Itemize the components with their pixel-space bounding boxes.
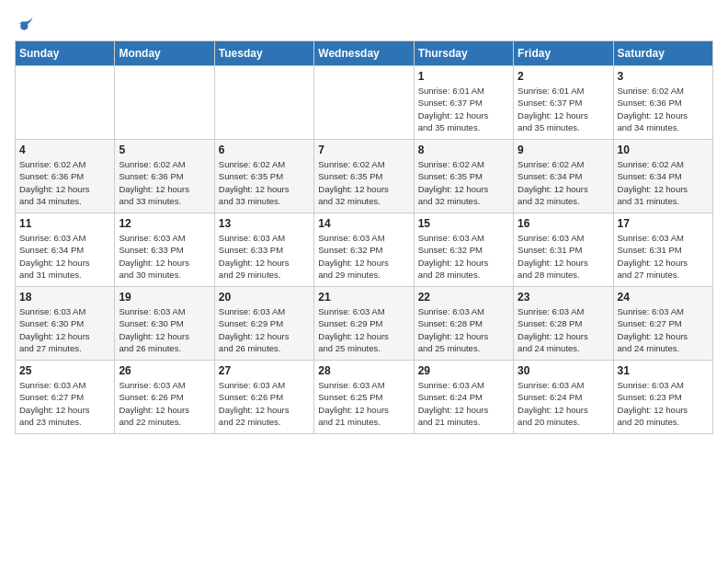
day-info: Sunrise: 6:03 AMSunset: 6:31 PMDaylight:… [618,232,709,281]
calendar-cell: 22Sunrise: 6:03 AMSunset: 6:28 PMDayligh… [414,287,513,361]
day-info: Sunrise: 6:03 AMSunset: 6:30 PMDaylight:… [19,305,110,354]
day-number: 8 [418,144,509,156]
day-number: 3 [618,70,709,83]
day-info: Sunrise: 6:01 AMSunset: 6:37 PMDaylight:… [418,85,509,133]
day-number: 25 [19,364,110,377]
calendar-cell: 19Sunrise: 6:03 AMSunset: 6:30 PMDayligh… [115,287,214,361]
day-number: 7 [318,144,409,156]
day-info: Sunrise: 6:03 AMSunset: 6:23 PMDaylight:… [618,379,709,428]
calendar-cell: 13Sunrise: 6:03 AMSunset: 6:33 PMDayligh… [214,213,313,287]
header-day-tuesday: Tuesday [214,41,313,66]
header-day-wednesday: Wednesday [314,41,414,66]
logo-bird-icon [17,15,35,33]
day-number: 23 [518,291,609,304]
day-info: Sunrise: 6:03 AMSunset: 6:33 PMDaylight:… [219,232,310,281]
day-info: Sunrise: 6:03 AMSunset: 6:34 PMDaylight:… [19,232,110,281]
calendar-cell: 1Sunrise: 6:01 AMSunset: 6:37 PMDaylight… [414,66,513,140]
calendar-week-1: 1Sunrise: 6:01 AMSunset: 6:37 PMDaylight… [16,66,713,140]
day-number: 28 [318,364,409,377]
day-number: 16 [518,217,609,230]
day-info: Sunrise: 6:01 AMSunset: 6:37 PMDaylight:… [518,85,609,133]
calendar-cell: 21Sunrise: 6:03 AMSunset: 6:29 PMDayligh… [314,287,414,361]
day-number: 21 [318,291,409,304]
calendar-cell [16,66,115,140]
day-info: Sunrise: 6:02 AMSunset: 6:36 PMDaylight:… [618,85,709,133]
day-number: 4 [19,144,110,156]
header-day-friday: Friday [514,41,613,66]
calendar-table: SundayMondayTuesdayWednesdayThursdayFrid… [15,40,713,434]
day-info: Sunrise: 6:02 AMSunset: 6:36 PMDaylight:… [119,158,210,207]
calendar-cell [214,66,313,140]
day-number: 6 [219,144,310,156]
calendar-cell: 28Sunrise: 6:03 AMSunset: 6:25 PMDayligh… [314,361,414,434]
calendar-cell: 7Sunrise: 6:02 AMSunset: 6:35 PMDaylight… [314,140,414,213]
day-info: Sunrise: 6:03 AMSunset: 6:28 PMDaylight:… [418,305,509,354]
day-info: Sunrise: 6:02 AMSunset: 6:34 PMDaylight:… [518,158,609,207]
day-number: 9 [518,144,609,156]
day-number: 2 [518,70,609,83]
calendar-cell: 30Sunrise: 6:03 AMSunset: 6:24 PMDayligh… [514,361,613,434]
calendar-cell: 9Sunrise: 6:02 AMSunset: 6:34 PMDaylight… [514,140,613,213]
calendar-cell: 23Sunrise: 6:03 AMSunset: 6:28 PMDayligh… [514,287,613,361]
day-info: Sunrise: 6:02 AMSunset: 6:36 PMDaylight:… [19,158,110,207]
day-number: 1 [418,70,509,83]
calendar-cell: 20Sunrise: 6:03 AMSunset: 6:29 PMDayligh… [214,287,313,361]
day-info: Sunrise: 6:03 AMSunset: 6:24 PMDaylight:… [518,379,609,428]
day-number: 15 [418,217,509,230]
calendar-cell: 14Sunrise: 6:03 AMSunset: 6:32 PMDayligh… [314,213,414,287]
header-day-sunday: Sunday [16,41,115,66]
calendar-cell: 24Sunrise: 6:03 AMSunset: 6:27 PMDayligh… [613,287,712,361]
calendar-cell: 17Sunrise: 6:03 AMSunset: 6:31 PMDayligh… [613,213,712,287]
day-number: 14 [318,217,409,230]
calendar-week-3: 11Sunrise: 6:03 AMSunset: 6:34 PMDayligh… [16,213,713,287]
calendar-cell: 4Sunrise: 6:02 AMSunset: 6:36 PMDaylight… [16,140,115,213]
day-number: 10 [618,144,709,156]
day-info: Sunrise: 6:03 AMSunset: 6:28 PMDaylight:… [518,305,609,354]
header-day-thursday: Thursday [414,41,513,66]
day-number: 12 [119,217,210,230]
calendar-cell [314,66,414,140]
calendar-cell: 8Sunrise: 6:02 AMSunset: 6:35 PMDaylight… [414,140,513,213]
logo [15,15,35,33]
calendar-cell: 2Sunrise: 6:01 AMSunset: 6:37 PMDaylight… [514,66,613,140]
header-day-saturday: Saturday [613,41,712,66]
calendar-cell: 26Sunrise: 6:03 AMSunset: 6:26 PMDayligh… [115,361,214,434]
day-number: 24 [618,291,709,304]
calendar-cell: 16Sunrise: 6:03 AMSunset: 6:31 PMDayligh… [514,213,613,287]
day-info: Sunrise: 6:03 AMSunset: 6:26 PMDaylight:… [119,379,210,428]
day-info: Sunrise: 6:03 AMSunset: 6:32 PMDaylight:… [318,232,409,281]
day-number: 31 [618,364,709,377]
day-info: Sunrise: 6:02 AMSunset: 6:34 PMDaylight:… [618,158,709,207]
header [15,15,713,33]
calendar-week-4: 18Sunrise: 6:03 AMSunset: 6:30 PMDayligh… [16,287,713,361]
calendar-cell: 5Sunrise: 6:02 AMSunset: 6:36 PMDaylight… [115,140,214,213]
calendar-cell: 29Sunrise: 6:03 AMSunset: 6:24 PMDayligh… [414,361,513,434]
calendar-cell: 15Sunrise: 6:03 AMSunset: 6:32 PMDayligh… [414,213,513,287]
day-info: Sunrise: 6:03 AMSunset: 6:32 PMDaylight:… [418,232,509,281]
day-number: 13 [219,217,310,230]
day-number: 17 [618,217,709,230]
day-info: Sunrise: 6:03 AMSunset: 6:26 PMDaylight:… [219,379,310,428]
calendar-cell: 12Sunrise: 6:03 AMSunset: 6:33 PMDayligh… [115,213,214,287]
calendar-cell: 25Sunrise: 6:03 AMSunset: 6:27 PMDayligh… [16,361,115,434]
calendar-cell: 6Sunrise: 6:02 AMSunset: 6:35 PMDaylight… [214,140,313,213]
day-info: Sunrise: 6:02 AMSunset: 6:35 PMDaylight:… [418,158,509,207]
header-day-monday: Monday [115,41,214,66]
day-number: 27 [219,364,310,377]
day-number: 26 [119,364,210,377]
day-number: 11 [19,217,110,230]
day-info: Sunrise: 6:03 AMSunset: 6:29 PMDaylight:… [318,305,409,354]
day-number: 29 [418,364,509,377]
day-number: 30 [518,364,609,377]
calendar-cell: 18Sunrise: 6:03 AMSunset: 6:30 PMDayligh… [16,287,115,361]
day-number: 18 [19,291,110,304]
day-info: Sunrise: 6:03 AMSunset: 6:31 PMDaylight:… [518,232,609,281]
day-info: Sunrise: 6:03 AMSunset: 6:33 PMDaylight:… [119,232,210,281]
calendar-cell: 11Sunrise: 6:03 AMSunset: 6:34 PMDayligh… [16,213,115,287]
calendar-week-2: 4Sunrise: 6:02 AMSunset: 6:36 PMDaylight… [16,140,713,213]
day-info: Sunrise: 6:03 AMSunset: 6:25 PMDaylight:… [318,379,409,428]
calendar-header: SundayMondayTuesdayWednesdayThursdayFrid… [16,41,713,66]
day-info: Sunrise: 6:03 AMSunset: 6:29 PMDaylight:… [219,305,310,354]
day-info: Sunrise: 6:03 AMSunset: 6:24 PMDaylight:… [418,379,509,428]
day-number: 5 [119,144,210,156]
